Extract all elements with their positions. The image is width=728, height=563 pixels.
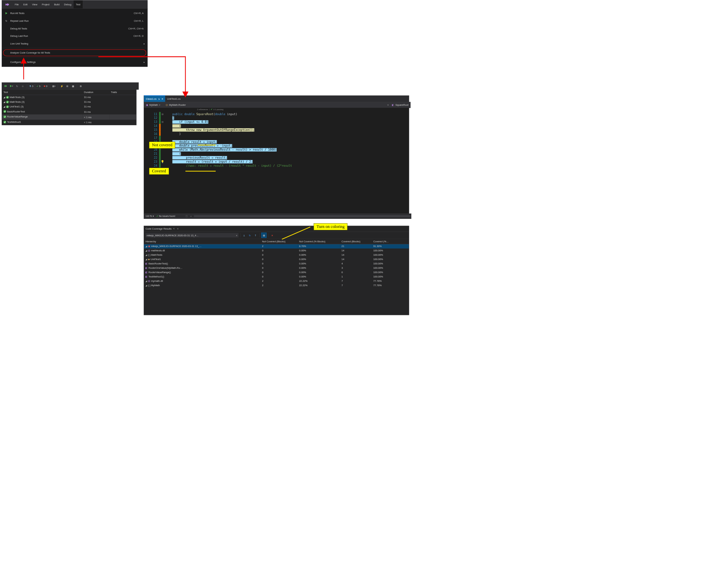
menu-edit[interactable]: Edit bbox=[21, 0, 30, 9]
menu-debug[interactable]: Debug bbox=[62, 0, 74, 9]
fold-icon[interactable]: ⊟ bbox=[161, 112, 164, 116]
cc-row[interactable]: ◧ TestMethod1()00.00%1100.00% bbox=[144, 274, 409, 279]
cc-row[interactable]: { } MyMath222.22%777.78% bbox=[144, 283, 409, 288]
ctx-label: Run All Tests bbox=[9, 12, 134, 14]
columns-icon[interactable]: ▦ bbox=[70, 83, 76, 89]
cc-col[interactable]: Not Covered (% Blocks) bbox=[298, 239, 340, 244]
delete-icon[interactable]: ✕ bbox=[270, 233, 275, 238]
menu-view[interactable]: View bbox=[30, 0, 40, 9]
cc-col[interactable]: Covered (Blocks) bbox=[340, 239, 372, 244]
repeat-icon[interactable]: ↻ bbox=[14, 83, 20, 89]
code-text: public double SquareRoot(double input) bbox=[168, 112, 237, 115]
menu-project[interactable]: Project bbox=[40, 0, 52, 9]
fold-icon[interactable]: ⊟ bbox=[161, 120, 164, 124]
close-icon[interactable]: ✕ bbox=[177, 227, 179, 230]
test-row[interactable]: RooterValueRange< 1 ms bbox=[2, 114, 136, 120]
menu-test[interactable]: Test bbox=[74, 0, 83, 9]
cc-col[interactable]: Not Covered (Blocks) bbox=[261, 239, 298, 244]
test-row[interactable]: TestMethod1< 1 ms bbox=[2, 120, 136, 125]
refresh-icon[interactable]: ↻ bbox=[247, 233, 252, 238]
pass-badge[interactable]: ✔3 bbox=[35, 84, 42, 89]
group-tree-icon[interactable]: ⊞ bbox=[65, 83, 70, 89]
lightbulb-icon[interactable]: 💡 bbox=[161, 160, 164, 164]
callout-not-covered: Not covered bbox=[149, 142, 175, 148]
code-line[interactable]: 14 { bbox=[144, 124, 409, 128]
pin-icon[interactable]: ⇱ bbox=[173, 227, 175, 230]
code-editor[interactable]: 2 references | ✔ 1/1 passing 11⊟public d… bbox=[144, 107, 409, 214]
cc-row[interactable]: ◧ RooterValueRange()00.00%6100.00% bbox=[144, 270, 409, 274]
settings-gear-icon[interactable]: ⚙ bbox=[78, 83, 83, 89]
cc-row[interactable]: ◧ RooterOneValue(MyMath.Ro…00.00%3100.00… bbox=[144, 266, 409, 270]
coverage-run-dropdown[interactable]: mikejo_MIKEJO-SURFACE 2020-03-31 13_4…▾ bbox=[145, 233, 238, 238]
code-line[interactable]: 24 //was: result = result - (result * re… bbox=[144, 164, 409, 168]
code-text: //was: result = result - (result * resul… bbox=[168, 164, 292, 167]
code-line[interactable]: 20 while (Math.Abs(previousResult - resu… bbox=[144, 148, 409, 152]
ctx-configure-run-settings[interactable]: Configure Run Settings▸ bbox=[2, 58, 147, 66]
code-line[interactable]: 12{ bbox=[144, 116, 409, 120]
test-row[interactable]: ◢MathTests (3)31 ms bbox=[2, 100, 136, 104]
code-line[interactable]: 21 { bbox=[144, 152, 409, 156]
test-col-duration[interactable]: Duration bbox=[82, 90, 109, 95]
test-row[interactable]: ◢UnitTest1 (3)31 ms bbox=[2, 104, 136, 109]
playlist-icon[interactable]: ▤▾ bbox=[51, 83, 57, 89]
ctx-label: Debug All Tests bbox=[9, 27, 128, 30]
cc-row[interactable]: ◆ UnitTest100.00%14100.00% bbox=[144, 257, 409, 261]
code-line[interactable]: 19 double previousResult = -input; bbox=[144, 144, 409, 148]
code-line[interactable]: 18 double result = input; bbox=[144, 140, 409, 144]
crumb-namespace[interactable]: ▣MyMath▾ bbox=[145, 103, 161, 106]
menu-file[interactable]: File bbox=[12, 0, 21, 9]
menu-build[interactable]: Build bbox=[52, 0, 62, 9]
export-icon[interactable]: ⤒ bbox=[253, 233, 258, 238]
test-row[interactable]: ◢MathTests (3)31 ms bbox=[2, 95, 136, 99]
test-col-traits[interactable]: Traits bbox=[110, 90, 136, 95]
code-line[interactable]: 17 bbox=[144, 136, 409, 140]
ctx-run-all-tests[interactable]: Run All TestsCtrl+R, A bbox=[2, 9, 147, 17]
flask-badge[interactable]: ⚗3 bbox=[28, 84, 34, 89]
test-row[interactable]: BasicRooterTest31 ms bbox=[2, 109, 136, 114]
code-line[interactable]: 16 } bbox=[144, 132, 409, 136]
pin-icon[interactable]: ⇲ bbox=[158, 98, 160, 100]
code-line[interactable]: 15 throw new ArgumentOutOfRangeException… bbox=[144, 128, 409, 132]
cc-row[interactable]: ▥ mathtests.dll00.00%14100.00% bbox=[144, 248, 409, 253]
test-col-test[interactable]: Test bbox=[2, 90, 83, 95]
import-icon[interactable]: ⤓ bbox=[242, 233, 247, 238]
code-line[interactable]: 11⊟public double SquareRoot(double input… bbox=[144, 112, 409, 116]
ctx-debug-last-run[interactable]: Debug Last RunCtrl+R, D bbox=[2, 32, 147, 40]
code-coverage-header: Code Coverage Results ⇱ ✕ bbox=[144, 226, 409, 232]
tab-unittest1-cs[interactable]: UnitTest1.cs bbox=[165, 96, 182, 102]
lightning-icon[interactable]: ⚡ bbox=[59, 83, 64, 89]
ctx-repeat-last-run[interactable]: ↻Repeat Last RunCtrl+R, L bbox=[2, 17, 147, 25]
zoom-level[interactable]: 110 % ▾ bbox=[145, 215, 154, 218]
cc-col[interactable]: Hierarchy bbox=[144, 239, 261, 244]
codelens[interactable]: 2 references | ✔ 1/1 passing bbox=[197, 108, 223, 111]
run-all-icon[interactable] bbox=[3, 83, 8, 89]
cc-row[interactable]: ▣ mikejo_MIKEJO-SURFACE 2020-03-31 13_…2… bbox=[144, 244, 409, 248]
line-number: 12 bbox=[144, 116, 159, 119]
toggle-coloring-icon[interactable]: ▤ bbox=[261, 233, 267, 238]
line-number: 21 bbox=[144, 152, 159, 155]
code-line[interactable]: 22 previousResult = result; bbox=[144, 156, 409, 160]
cc-row[interactable]: { } MathTests00.00%14100.00% bbox=[144, 253, 409, 257]
split-icon[interactable]: ◫ bbox=[186, 215, 188, 218]
horizontal-scrollbar[interactable] bbox=[194, 215, 410, 217]
cc-row[interactable]: ◧ BasicRooterTest()00.00%4100.00% bbox=[144, 261, 409, 266]
fail-badge[interactable]: ✖0 bbox=[42, 84, 49, 89]
line-number: 23 bbox=[144, 160, 159, 163]
ctx-live-unit-testing[interactable]: Live Unit Testing▸ bbox=[2, 40, 147, 48]
code-text: { bbox=[168, 152, 181, 155]
ctx-debug-all-tests[interactable]: Debug All TestsCtrl+R, Ctrl+A bbox=[2, 24, 147, 32]
crumb-class[interactable]: ⌬MyMath.Rooter▾ bbox=[165, 103, 390, 106]
crumb-member[interactable]: ◧SquareRoot bbox=[391, 103, 410, 106]
code-line[interactable]: 23💡 result = (result + input / result) /… bbox=[144, 160, 409, 164]
code-text: { bbox=[168, 124, 181, 128]
tab-class1-cs[interactable]: Class1.cs⇲✕ bbox=[144, 95, 165, 102]
stop-icon[interactable]: ⊘ bbox=[20, 83, 25, 89]
code-line[interactable]: 13⊟ if (input <= 0.0) bbox=[144, 120, 409, 124]
code-text: while (Math.Abs(previousResult - result)… bbox=[168, 148, 277, 151]
cc-col[interactable]: Covered (%… bbox=[372, 239, 409, 244]
run-icon[interactable]: ▾ bbox=[9, 83, 14, 89]
nav-left-icon[interactable]: ◂ bbox=[190, 215, 191, 218]
cc-row[interactable]: ▥ mymath.dll222.22%777.78% bbox=[144, 279, 409, 283]
close-icon[interactable]: ✕ bbox=[161, 97, 163, 100]
ctx-analyze-code-coverage-for-all-tests[interactable]: Analyze Code Coverage for All Tests bbox=[2, 49, 147, 57]
